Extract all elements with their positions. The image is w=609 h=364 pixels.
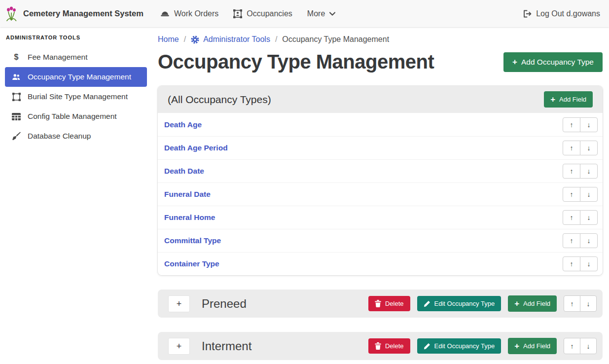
move-down-button[interactable]: ↓ (580, 164, 598, 179)
sidebar-item-config-table-management[interactable]: Config Table Management (0, 107, 153, 126)
edit-occupancy-type-button[interactable]: Edit Occupancy Type (417, 338, 502, 354)
main-content: Home / Administrator Tools / Occupancy T… (153, 27, 609, 364)
sidebar-item-burial-site-type-management[interactable]: Burial Site Type Management (0, 87, 153, 107)
trash-icon (375, 300, 381, 307)
arrow-down-icon: ↓ (587, 214, 591, 221)
gear-icon (191, 36, 199, 44)
reorder-button-group: ↑ ↓ (563, 210, 598, 225)
occupancy-type-section: + Interment Delete (158, 332, 603, 360)
section-add-field-button[interactable]: + Add Field (508, 295, 557, 312)
section-add-field-button[interactable]: + Add Field (508, 338, 557, 354)
move-down-button[interactable]: ↓ (580, 295, 597, 312)
field-link[interactable]: Funeral Date (164, 190, 211, 199)
arrow-down-icon: ↓ (587, 167, 591, 175)
users-icon (11, 73, 22, 80)
arrow-down-icon: ↓ (587, 300, 590, 308)
breadcrumb-current: Occupancy Type Management (282, 35, 389, 44)
arrow-up-icon: ↑ (570, 190, 573, 198)
move-up-button[interactable]: ↑ (564, 338, 580, 354)
field-link[interactable]: Funeral Home (164, 213, 215, 222)
nav-work-orders[interactable]: Work Orders (160, 9, 218, 18)
move-down-button[interactable]: ↓ (580, 141, 598, 155)
hard-hat-icon (160, 10, 170, 17)
move-down-button[interactable]: ↓ (580, 256, 598, 271)
field-link[interactable]: Death Age Period (164, 144, 228, 152)
main-nav: Work Orders Occupancies More (160, 9, 335, 18)
delete-occupancy-type-button[interactable]: Delete (368, 338, 410, 354)
breadcrumb-administrator-tools[interactable]: Administrator Tools (191, 35, 270, 44)
add-occupancy-type-button[interactable]: + Add Occupancy Type (503, 52, 603, 72)
plus-icon: + (514, 299, 519, 308)
arrow-down-icon: ↓ (587, 260, 591, 268)
move-up-button[interactable]: ↑ (563, 210, 580, 225)
field-row: Committal Type ↑ ↓ (158, 229, 603, 252)
all-occupancy-types-panel: (All Occupancy Types) + Add Field Death … (158, 86, 603, 275)
arrow-up-icon: ↑ (570, 167, 573, 175)
occupancy-type-section: + Preneed Delete (158, 290, 603, 318)
reorder-button-group: ↑ ↓ (563, 117, 598, 132)
sidebar-item-fee-management[interactable]: $ Fee Management (0, 47, 153, 67)
move-up-button[interactable]: ↑ (563, 164, 580, 179)
field-link[interactable]: Death Date (164, 167, 204, 176)
table-icon (11, 113, 22, 120)
arrow-down-icon: ↓ (587, 190, 591, 198)
move-up-button[interactable]: ↑ (563, 256, 580, 271)
move-down-button[interactable]: ↓ (580, 210, 598, 225)
add-field-label: Add Field (523, 300, 550, 307)
field-row: Container Type ↑ ↓ (158, 252, 603, 275)
field-link[interactable]: Container Type (164, 259, 219, 268)
edit-occupancy-type-label: Edit Occupancy Type (434, 300, 495, 307)
nav-occupancies[interactable]: Occupancies (233, 9, 292, 18)
add-field-label: Add Field (559, 96, 586, 103)
field-row: Death Age Period ↑ ↓ (158, 136, 603, 159)
arrow-up-icon: ↑ (570, 144, 573, 152)
sidebar-item-database-cleanup[interactable]: Database Cleanup (0, 126, 153, 146)
logout-link[interactable]: Log Out d.gowans (523, 9, 600, 18)
arrow-down-icon: ↓ (587, 144, 591, 152)
move-down-button[interactable]: ↓ (580, 117, 598, 132)
move-up-button[interactable]: ↑ (563, 233, 580, 248)
plus-icon: + (550, 95, 555, 104)
page-title: Occupancy Type Management (158, 51, 434, 73)
sidebar-item-label: Burial Site Type Management (28, 92, 128, 101)
breadcrumb-home[interactable]: Home (158, 35, 179, 44)
field-link[interactable]: Death Age (164, 120, 202, 129)
broom-icon (11, 132, 22, 141)
page-header: Occupancy Type Management + Add Occupanc… (158, 51, 603, 73)
move-up-button[interactable]: ↑ (564, 295, 580, 312)
nav-more[interactable]: More (307, 9, 335, 18)
app-title: Cemetery Management System (23, 9, 143, 18)
section-title: Preneed (202, 297, 361, 311)
move-down-button[interactable]: ↓ (580, 187, 598, 202)
chevron-down-icon (329, 12, 335, 16)
reorder-button-group: ↑ ↓ (563, 233, 598, 248)
sidebar-item-label: Database Cleanup (28, 132, 91, 141)
logout-label: Log Out d.gowans (536, 9, 600, 18)
plus-icon: + (512, 58, 517, 66)
expand-section-button[interactable]: + (168, 338, 190, 355)
edit-occupancy-type-button[interactable]: Edit Occupancy Type (417, 296, 502, 311)
panel-add-field-button[interactable]: + Add Field (544, 91, 593, 108)
delete-occupancy-type-button[interactable]: Delete (368, 296, 410, 311)
plus-icon: + (514, 342, 519, 350)
panel-header: (All Occupancy Types) + Add Field (158, 86, 603, 113)
sidebar-item-occupancy-type-management[interactable]: Occupancy Type Management (5, 67, 147, 87)
edit-occupancy-type-label: Edit Occupancy Type (434, 342, 495, 350)
nav-occupancies-label: Occupancies (247, 9, 292, 18)
move-up-button[interactable]: ↑ (563, 187, 580, 202)
move-up-button[interactable]: ↑ (563, 141, 580, 155)
delete-label: Delete (385, 342, 404, 350)
sign-out-icon (523, 10, 532, 18)
sidebar-heading: ADMINISTRATOR TOOLS (0, 30, 153, 47)
top-navbar: Cemetery Management System Work Orders (0, 0, 609, 27)
move-down-button[interactable]: ↓ (580, 338, 597, 354)
arrow-up-icon: ↑ (570, 237, 573, 245)
expand-section-button[interactable]: + (168, 295, 190, 312)
move-up-button[interactable]: ↑ (563, 117, 580, 132)
arrow-down-icon: ↓ (587, 121, 591, 129)
field-link[interactable]: Committal Type (164, 236, 221, 245)
brand-link[interactable]: Cemetery Management System (5, 6, 143, 21)
sidebar-item-label: Occupancy Type Management (28, 73, 131, 81)
reorder-button-group: ↑ ↓ (563, 187, 598, 202)
move-down-button[interactable]: ↓ (580, 233, 598, 248)
